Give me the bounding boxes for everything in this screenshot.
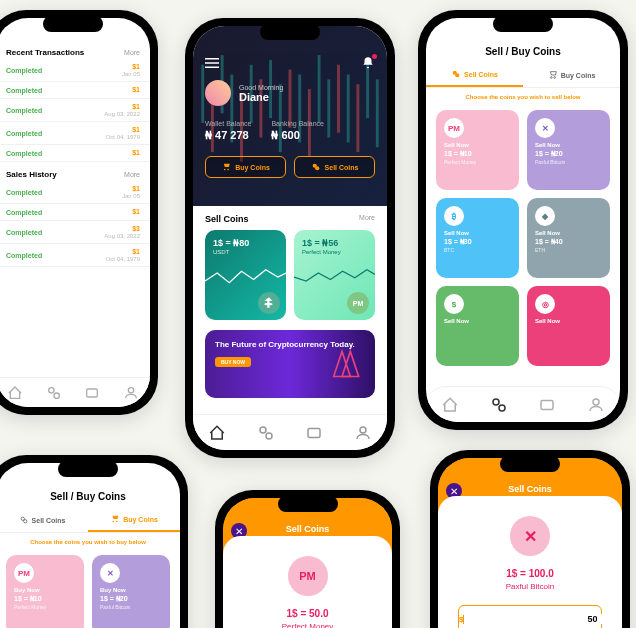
coin-name: Perfect Money <box>14 604 76 610</box>
amount-input[interactable] <box>464 614 605 624</box>
menu-icon[interactable] <box>205 57 219 69</box>
tx-row[interactable]: Completed$1Oct 04, 1979 <box>0 244 150 267</box>
buy-coins-button[interactable]: Buy Coins <box>205 156 286 178</box>
status-label: Completed <box>6 87 42 94</box>
section-title: Sell Coins <box>205 214 249 224</box>
svg-point-1 <box>54 393 59 398</box>
avatar[interactable] <box>205 80 231 106</box>
tx-row[interactable]: Completed$1Oct 04, 1979 <box>0 122 150 145</box>
rate-text: 1$ = ₦30 <box>444 238 511 246</box>
wallet-icon[interactable] <box>538 396 556 414</box>
modal-title: Sell Coins <box>223 524 392 534</box>
coin-icon: PM <box>444 118 464 138</box>
coin-name: Perfect Money <box>237 622 378 628</box>
rate-text: 1$ = ₦10 <box>14 595 76 603</box>
action-label: Sell Now <box>444 230 511 236</box>
svg-rect-36 <box>541 400 553 409</box>
modal-title: Sell Coins <box>438 484 622 494</box>
cart-icon <box>110 514 120 524</box>
wallet-icon[interactable] <box>305 424 323 442</box>
home-icon[interactable] <box>7 385 23 401</box>
choose-text: Choose the coins you wish to buy below <box>0 533 180 551</box>
profile-icon[interactable] <box>123 385 139 401</box>
amount-input-row: $ <box>458 605 602 628</box>
tab-sell-coins[interactable]: Sell Coins <box>426 63 523 87</box>
svg-point-35 <box>499 405 505 411</box>
tx-row[interactable]: Completed$1Aug 03, 2022 <box>0 99 150 122</box>
more-link[interactable]: More <box>124 171 140 178</box>
svg-point-34 <box>493 399 499 405</box>
tx-date: Jan 05 <box>122 193 140 199</box>
tx-row[interactable]: Completed$1Jan 05 <box>0 181 150 204</box>
choose-text: Choose the coins you wish to sell below <box>426 88 620 106</box>
coin-name: BTC <box>444 247 511 253</box>
wallet-value: ₦ 47 278 <box>205 129 251 142</box>
tab-buy-coins[interactable]: Buy Coins <box>523 63 620 87</box>
promo-banner[interactable]: The Future of Cryptocurrency Today. BUY … <box>205 330 375 398</box>
tx-date: Aug 03, 2022 <box>104 233 140 239</box>
tx-amount: $1 <box>132 208 140 215</box>
more-link[interactable]: More <box>124 49 140 56</box>
action-label: Buy Now <box>100 587 162 593</box>
coin-card-usdt[interactable]: 1$ = ₦80 USDT <box>205 230 286 320</box>
greeting-text: Good Morning <box>239 84 283 91</box>
bell-icon[interactable] <box>361 56 375 70</box>
tx-row[interactable]: Completed$1 <box>0 82 150 99</box>
coin-cell[interactable]: $Sell Now <box>436 286 519 366</box>
profile-icon[interactable] <box>587 396 605 414</box>
tx-row[interactable]: Completed$1Jan 05 <box>0 59 150 82</box>
svg-point-39 <box>23 520 26 523</box>
coin-cell[interactable]: ₿Sell Now1$ = ₦30BTC <box>436 198 519 278</box>
coin-icon: PM <box>14 563 34 583</box>
tab-sell-coins[interactable]: Sell Coins <box>0 508 88 532</box>
rate-text: 1$ = ₦20 <box>535 150 602 158</box>
trade-icon[interactable] <box>490 396 508 414</box>
more-link[interactable]: More <box>359 214 375 224</box>
status-label: Completed <box>6 130 42 137</box>
rate-text: 1$ = ₦20 <box>100 595 162 603</box>
svg-point-28 <box>260 427 266 433</box>
coin-icon: ◎ <box>535 294 555 314</box>
coin-cell[interactable]: PMBuy Now1$ = ₦10Perfect Money <box>6 555 84 628</box>
user-name: Diane <box>239 91 283 103</box>
coin-cell[interactable]: ◎Sell Now <box>527 286 610 366</box>
svg-rect-2 <box>87 389 98 397</box>
rate-text: 1$ = ₦40 <box>535 238 602 246</box>
svg-point-29 <box>266 433 272 439</box>
coin-cell[interactable]: ✕Sell Now1$ = ₦20Paxful Bitcoin <box>527 110 610 190</box>
coin-cell[interactable]: PMSell Now1$ = ₦10Perfect Money <box>436 110 519 190</box>
tx-row[interactable]: Completed$1 <box>0 204 150 221</box>
profile-icon[interactable] <box>354 424 372 442</box>
phone-sell-modal-pm: ✕ Sell Coins PM 1$ = 50.0 Perfect Money <box>215 490 400 628</box>
status-label: Completed <box>6 107 42 114</box>
action-label: Sell Now <box>535 318 602 324</box>
pm-icon: PM <box>347 292 369 314</box>
action-label: Sell Now <box>535 230 602 236</box>
tx-row[interactable]: Completed$1 <box>0 145 150 162</box>
sell-coins-button[interactable]: Sell Coins <box>294 156 375 178</box>
action-label: Buy Now <box>14 587 76 593</box>
trade-icon[interactable] <box>257 424 275 442</box>
rate-text: 1$ = ₦10 <box>444 150 511 158</box>
action-label: Sell Now <box>535 142 602 148</box>
buy-now-button[interactable]: BUY NOW <box>215 357 251 367</box>
home-icon[interactable] <box>208 424 226 442</box>
status-label: Completed <box>6 209 42 216</box>
phone-dashboard: Good Morning Diane Wallet Balance ₦ 47 2… <box>185 18 395 458</box>
coin-cell[interactable]: ◆Sell Now1$ = ₦40ETH <box>527 198 610 278</box>
paxful-icon: ✕ <box>510 516 550 556</box>
tx-date: Oct 04, 1979 <box>106 134 140 140</box>
sparkline-icon <box>294 262 375 292</box>
phone-sell-buy: Sell / Buy Coins Sell Coins Buy Coins Ch… <box>418 10 628 430</box>
coin-cell[interactable]: ✕Buy Now1$ = ₦20Paxful Bitcoin <box>92 555 170 628</box>
tx-row[interactable]: Completed$3Aug 03, 2022 <box>0 221 150 244</box>
coin-card-pm[interactable]: 1$ = ₦56 Perfect Money PM <box>294 230 375 320</box>
coin-icon: $ <box>444 294 464 314</box>
tx-date: Oct 04, 1979 <box>106 256 140 262</box>
tab-buy-coins[interactable]: Buy Coins <box>88 508 180 532</box>
history-title: Sales History <box>6 170 57 179</box>
coin-icon: ₿ <box>444 206 464 226</box>
trade-icon[interactable] <box>46 385 62 401</box>
wallet-icon[interactable] <box>84 385 100 401</box>
home-icon[interactable] <box>441 396 459 414</box>
